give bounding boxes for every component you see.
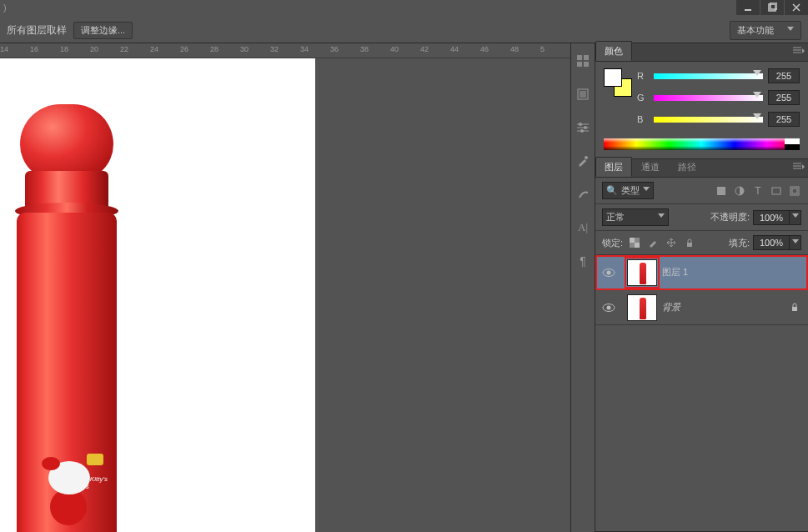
ruler-tick: 36 — [330, 45, 339, 53]
layer-filter-kind[interactable]: 🔍类型 — [602, 182, 654, 199]
filter-type-icon[interactable]: T — [751, 184, 765, 198]
fill-input[interactable]: 100% — [753, 235, 790, 250]
paragraph-icon[interactable]: ¶ — [574, 252, 592, 270]
color-tab[interactable]: 颜色 — [595, 41, 632, 61]
ruler-tick: 22 — [120, 45, 128, 53]
layer-thumbnail[interactable] — [627, 294, 657, 321]
visibility-toggle[interactable] — [595, 303, 622, 313]
lock-transparent-icon[interactable] — [628, 236, 641, 249]
document-canvas[interactable]: We are Kitty's Friends — [0, 58, 315, 532]
lock-all-icon[interactable] — [683, 236, 696, 249]
channel-value-r[interactable]: 255 — [768, 68, 800, 83]
chevron-down-icon — [643, 187, 650, 194]
visibility-toggle[interactable] — [595, 268, 622, 278]
fill-arrow[interactable] — [790, 235, 801, 250]
opacity-input[interactable]: 100% — [753, 210, 790, 225]
channel-slider-r[interactable] — [654, 71, 763, 81]
svg-rect-6 — [584, 55, 589, 60]
channel-value-b[interactable]: 255 — [768, 112, 800, 127]
ruler-tick: 26 — [180, 45, 188, 53]
panels-column: 颜色 R255G255B255 图层通道路径 — [595, 43, 808, 532]
channel-slider-g[interactable] — [654, 93, 763, 103]
character-icon[interactable]: A| — [574, 218, 592, 237]
close-button[interactable] — [785, 0, 808, 15]
layer-row[interactable]: 图层 1 — [595, 255, 808, 290]
svg-point-36 — [607, 305, 611, 309]
collapsed-panel-strip: A| ¶ — [570, 43, 595, 532]
workspace-label: 基本功能 — [737, 24, 774, 37]
ruler-tick: 32 — [270, 45, 279, 53]
refine-edge-button[interactable]: 调整边缘... — [73, 22, 133, 39]
ruler-tick: 18 — [60, 45, 68, 53]
svg-point-34 — [607, 270, 611, 274]
svg-rect-32 — [687, 243, 692, 247]
layer-thumbnail[interactable] — [627, 259, 657, 286]
ruler-tick: 20 — [90, 45, 98, 53]
color-spectrum[interactable] — [604, 138, 800, 150]
filter-adjust-icon[interactable] — [733, 184, 746, 198]
channel-label: G — [637, 93, 649, 103]
ruler-tick: 28 — [210, 45, 218, 53]
filter-pixel-icon[interactable] — [715, 184, 728, 198]
svg-point-14 — [579, 123, 582, 126]
svg-rect-1 — [769, 4, 775, 11]
tab-通道[interactable]: 通道 — [632, 157, 669, 177]
adjustments-icon[interactable] — [574, 118, 592, 137]
ruler-tick: 48 — [510, 45, 519, 53]
lock-position-icon[interactable] — [665, 236, 678, 249]
workspace-selector[interactable]: 基本功能 — [730, 21, 801, 40]
styles-icon[interactable] — [574, 85, 592, 103]
ruler-tick: 40 — [390, 45, 399, 53]
ruler-tick: 42 — [420, 45, 429, 53]
channel-label: R — [637, 71, 649, 81]
foreground-background-swatch[interactable] — [604, 68, 632, 97]
swatches-icon[interactable] — [574, 52, 592, 70]
svg-rect-37 — [792, 307, 797, 311]
svg-rect-10 — [580, 91, 586, 98]
horizontal-ruler[interactable]: 1416182022242628303234363840424446485 — [0, 43, 570, 58]
ruler-tick: 30 — [240, 45, 248, 53]
svg-point-15 — [584, 126, 587, 129]
channel-value-g[interactable]: 255 — [768, 90, 800, 105]
svg-rect-28 — [792, 188, 797, 193]
svg-rect-7 — [577, 62, 582, 67]
svg-rect-2 — [770, 3, 777, 9]
canvas-area: 1416182022242628303234363840424446485 W — [0, 43, 570, 532]
canvas-image: We are Kitty's Friends — [0, 104, 133, 532]
svg-rect-8 — [584, 62, 589, 67]
ruler-tick: 38 — [360, 45, 369, 53]
ruler-tick: 34 — [300, 45, 309, 53]
canvas-decoration-text: We are Kitty's Friends — [67, 475, 117, 490]
panel-menu-icon[interactable] — [793, 47, 805, 57]
tab-路径[interactable]: 路径 — [669, 157, 705, 177]
ruler-tick: 14 — [0, 45, 8, 53]
layer-list: 图层 1背景 — [595, 255, 808, 325]
titlebar: ) — [0, 0, 808, 18]
blend-mode-select[interactable]: 正常 — [602, 208, 669, 226]
svg-rect-31 — [635, 243, 640, 248]
opacity-arrow[interactable] — [790, 210, 801, 225]
foreground-color-swatch[interactable] — [604, 68, 622, 87]
panel-menu-icon[interactable] — [793, 163, 805, 173]
minimize-button[interactable] — [736, 0, 760, 15]
tab-图层[interactable]: 图层 — [595, 157, 632, 177]
svg-point-17 — [585, 156, 588, 159]
lock-pixels-icon[interactable] — [646, 236, 660, 249]
layer-row[interactable]: 背景 — [595, 290, 808, 325]
channel-slider-b[interactable] — [654, 114, 763, 124]
filter-shape-icon[interactable] — [770, 184, 783, 198]
maximize-button[interactable] — [760, 0, 784, 15]
ruler-tick: 24 — [150, 45, 158, 53]
brush-preset-icon[interactable] — [574, 185, 592, 203]
svg-rect-5 — [577, 55, 582, 60]
svg-rect-26 — [772, 188, 780, 194]
opacity-label: 不透明度: — [710, 211, 750, 223]
svg-rect-30 — [630, 238, 635, 243]
filter-smart-icon[interactable] — [788, 184, 801, 198]
ruler-tick: 44 — [450, 45, 459, 53]
layer-name: 背景 — [662, 301, 680, 314]
ruler-tick: 5 — [540, 45, 545, 53]
fill-label: 填充: — [729, 237, 750, 249]
color-panel: 颜色 R255G255B255 — [595, 43, 808, 159]
brush-icon[interactable] — [574, 152, 592, 170]
